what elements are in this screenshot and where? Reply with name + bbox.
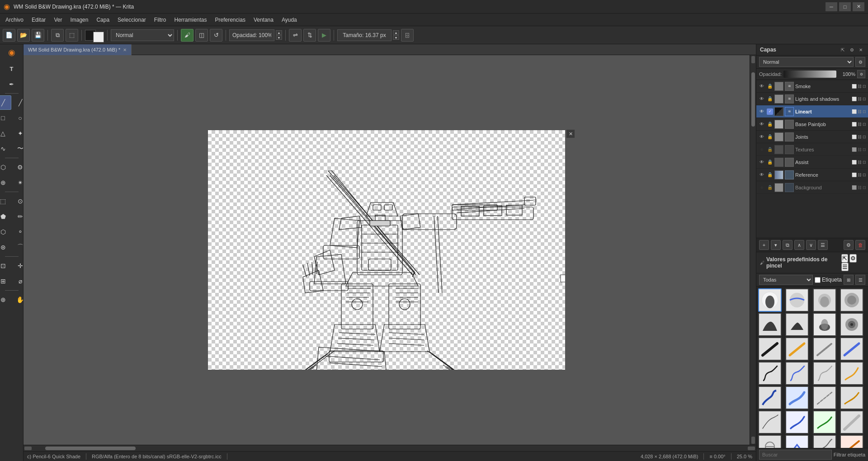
select-freehand-button[interactable]: ✏ [12,209,24,224]
layer-item-background[interactable]: ○ 🔒 Background ⬜ ⛓ ⊡ [756,181,868,194]
brush-tag-checkbox-label[interactable]: Etiqueta [815,277,842,283]
vertical-scrollbar[interactable] [750,55,756,445]
brush-config-button[interactable]: ⚙ [849,254,857,263]
mirror-h-button[interactable]: ⇌ [289,29,302,42]
canvas-tab-close[interactable]: ✕ [123,47,127,52]
layer-lock-lights[interactable]: 🔒 [767,96,773,102]
layer-vis-textures[interactable]: ○ [758,146,765,153]
layers-blend-select[interactable]: Normal [759,57,854,67]
hscroll-left[interactable] [24,447,32,450]
brush-item-12[interactable] [840,337,863,361]
brush-item-5[interactable] [758,313,782,336]
select-rect-button[interactable]: ⬚ [0,194,11,208]
move-layer-down-button[interactable]: ∨ [806,240,816,250]
horizontal-scrollbar[interactable] [24,445,756,451]
freehand-brush-button[interactable]: ╱ [0,95,11,110]
save-file-button[interactable]: 💾 [32,29,44,42]
layers-opacity-config[interactable]: ⚙ [857,70,865,78]
canvas-area[interactable]: ✕ [24,55,750,445]
layer-vis-paintjob[interactable]: 👁 [758,121,765,128]
smart-patch-button[interactable]: ⚙ [12,160,24,174]
layer-vis-smoke[interactable]: 👁 [758,83,765,90]
multi-brush-button[interactable]: ✴ [12,175,24,190]
layer-lock-paintjob[interactable]: 🔒 [767,121,773,127]
brush-view-btn-2[interactable]: ☰ [855,275,865,285]
paste-button[interactable]: ⬚ [66,29,78,42]
brush-item-28[interactable] [840,435,863,448]
layer-vis-lineart[interactable]: 👁 [758,108,765,115]
line-tool-button[interactable]: ╱ [12,95,24,110]
add-layer-dropdown[interactable]: ▾ [771,240,781,250]
eraser-button[interactable]: ◫ [195,29,208,42]
brush-view-btn-1[interactable]: ⊞ [844,275,854,285]
new-file-button[interactable]: 📄 [3,29,15,42]
reset-button[interactable]: ↺ [210,29,222,42]
brush-search-input[interactable] [759,450,832,460]
zoom-tool-button[interactable]: ⊕ [0,292,11,307]
minimize-button[interactable]: ─ [826,2,837,11]
brush-tag-checkbox[interactable] [815,277,821,283]
play-button[interactable]: ▶ [318,29,330,42]
crop-button[interactable]: ⊞ [0,274,11,288]
layer-options-button[interactable]: ☰ [818,240,828,250]
menu-ventana[interactable]: Ventana [250,15,277,24]
move-layer-up-button[interactable]: ∧ [794,240,804,250]
brush-item-10[interactable] [785,337,809,361]
move-button[interactable]: ✛ [12,259,24,273]
layer-item-assist[interactable]: 👁 🔒 Assist ⬜ ⛓ ⊡ [756,156,868,169]
menu-capa[interactable]: Capa [93,15,113,24]
canvas-tab[interactable]: WM Solid B&W Drawing.kra (472.0 MiB) * ✕ [24,44,132,55]
brush-item-15[interactable] [813,362,836,385]
polygon-tool-button[interactable]: △ [0,126,11,141]
layer-vis-lights[interactable]: 👁 [758,95,765,103]
duplicate-layer-button[interactable]: ⧉ [783,240,793,250]
menu-seleccionar[interactable]: Seleccionar [114,15,150,24]
transform-button[interactable]: ⊡ [0,259,11,273]
vscroll-down[interactable] [751,437,755,444]
select-ellipse-button[interactable]: ⊙ [12,194,24,208]
layers-opacity-bar[interactable] [783,71,836,78]
layers-panel-config[interactable]: ⚙ [844,240,854,250]
opacity-input[interactable]: Opacidad: 100% [229,29,274,41]
layers-blend-config[interactable]: ⚙ [855,57,865,67]
close-button[interactable]: ✕ [853,2,864,11]
brush-item-3[interactable] [813,288,836,312]
magnetic-select-button[interactable]: ⊛ [0,240,11,254]
layer-item-reference[interactable]: 👁 🔒 Reference ⬜ ⛓ ⊡ [756,169,868,181]
copy-button[interactable]: ⧉ [51,29,64,42]
calligraphy-button[interactable]: ✒ [4,77,20,91]
brush-item-20[interactable] [840,386,863,409]
brush-filter-select[interactable]: Todas [759,275,813,285]
maximize-button[interactable]: □ [839,2,851,11]
select-polygon-button[interactable]: ⬟ [0,209,11,224]
menu-imagen[interactable]: Imagen [66,15,92,24]
brush-item-27[interactable] [813,435,836,448]
background-color[interactable] [93,32,104,42]
brush-item-18[interactable] [785,386,809,409]
menu-ayuda[interactable]: Ayuda [278,15,301,24]
layer-item-lineart[interactable]: 👁 ✓ ≋ Lineart ⬜ ⛓ ⊡ [756,105,868,118]
mirror-v-button[interactable]: ⇅ [303,29,316,42]
layer-lock-background[interactable]: 🔒 [767,184,773,191]
layer-item-lights[interactable]: 👁 🔒 ≋ Lights and shadows ⬜ ⛓ ⊡ [756,93,868,105]
layer-item-paintjob[interactable]: 👁 🔒 Base Paintjob ⬜ ⛓ ⊡ [756,118,868,131]
layer-lock-reference[interactable]: 🔒 [767,172,773,178]
size-down[interactable]: ▼ [393,35,399,40]
blend-mode-select[interactable]: Normal Multiply Screen Overlay [111,29,174,41]
opacity-up[interactable]: ▲ [276,30,282,35]
brush-button[interactable]: 🖌 [181,29,193,42]
layers-config-button[interactable]: ⚙ [848,46,855,53]
canvas-close-button[interactable]: ✕ [566,129,575,138]
brush-item-14[interactable] [785,362,809,385]
select-contiguous-button[interactable]: ⬡ [0,225,11,239]
menu-preferencias[interactable]: Preferencias [212,15,249,24]
hscroll-thumb[interactable] [45,447,136,450]
brush-item-1[interactable] [758,288,782,312]
brush-item-6[interactable] [785,313,809,336]
brush-item-16[interactable] [840,362,863,385]
vscroll-up[interactable] [751,56,755,63]
layer-lock-textures[interactable]: 🔒 [767,146,773,153]
brush-item-25[interactable] [758,435,782,448]
brush-item-21[interactable] [758,410,782,434]
brush-item-9[interactable] [758,337,782,361]
